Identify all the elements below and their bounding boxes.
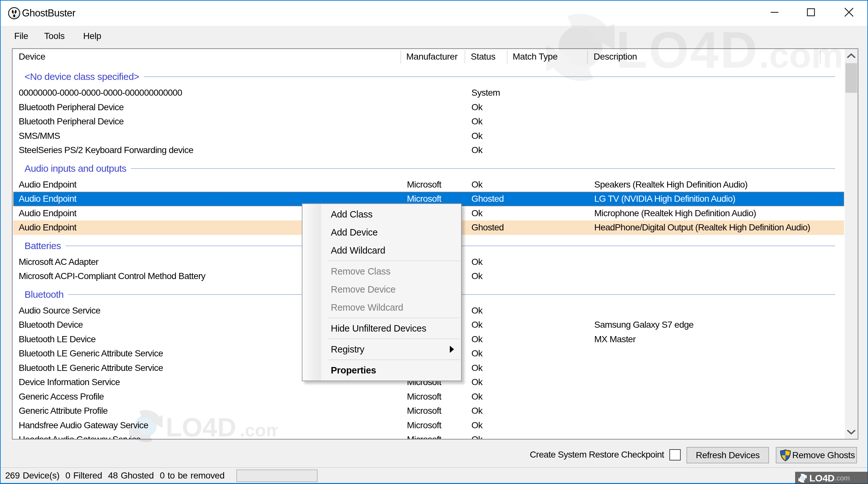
column-separator[interactable] [400,50,401,63]
table-row[interactable]: Headset Audio Gateway ServiceMicrosoftOk [13,432,844,440]
cell-status: Ok [471,404,483,418]
button-label: Remove Ghosts [792,450,855,460]
column-header-status[interactable]: Status [471,49,495,64]
minimize-button[interactable] [757,1,792,24]
status-text: 269 Device(s) 0 Filtered 48 Ghosted 0 to… [5,468,224,483]
cell-device: SMS/MMS [19,129,60,143]
menu-help[interactable]: Help [83,26,101,46]
cell-status: Ok [471,143,483,158]
chevron-down-icon [847,429,856,435]
context-menu-item-registry[interactable]: Registry [303,340,461,358]
cell-status: Ok [471,318,483,332]
column-header-device[interactable]: Device [19,49,45,64]
column-header-manufacturer[interactable]: Manufacturer [406,49,458,64]
scroll-down-button[interactable] [845,425,858,439]
maximize-button[interactable] [793,1,829,24]
cell-status: Ok [471,361,483,376]
cell-device: Microsoft AC Adapter [19,255,98,269]
table-row[interactable]: Generic Attribute ProfileMicrosoftOk [13,404,844,418]
cell-status: Ok [471,255,483,269]
group-label: Batteries [25,240,61,251]
cell-status: Ok [471,432,483,440]
cell-device: Handsfree Audio Gateway Service [19,418,148,433]
cell-status: Ok [471,418,483,433]
cell-device: 00000000-0000-0000-0000-000000000000 [19,86,182,100]
menu-separator [303,259,461,262]
vertical-scrollbar[interactable] [845,49,858,439]
maximize-icon [807,8,815,17]
list-header: Device Manufacturer Status Match Type De… [12,49,845,65]
cell-device: SteelSeries PS/2 Keyboard Forwarding dev… [19,143,193,158]
group-label: <No device class specified> [25,71,139,82]
cell-device: Bluetooth LE Device [19,332,96,347]
cell-device: Audio Endpoint [19,206,76,221]
app-window: GhostBuster File Tools Help Device Manuf… [0,0,868,484]
uac-shield-icon [780,449,791,461]
column-separator[interactable] [587,50,588,63]
menu-tools[interactable]: Tools [44,26,64,46]
cell-device: Microsoft ACPI-Compliant Control Method … [19,269,206,284]
context-menu-item-remove-wildcard[interactable]: Remove Wildcard [303,298,461,317]
context-menu-item-remove-device[interactable]: Remove Device [303,280,461,298]
menu-separator [303,337,461,340]
cell-description: LG TV (NVIDIA High Definition Audio) [594,192,736,206]
cell-device: Bluetooth Peripheral Device [19,115,124,129]
column-header-match-type[interactable]: Match Type [513,49,557,64]
title-bar: GhostBuster [1,1,867,26]
scroll-up-button[interactable] [845,49,858,63]
scrollbar-thumb[interactable] [845,63,857,93]
cell-description: Speakers (Realtek High Definition Audio) [594,178,747,192]
close-button[interactable] [831,1,867,24]
table-row[interactable]: SMS/MMSOk [13,129,844,143]
close-icon [844,7,854,17]
table-row[interactable]: Bluetooth Peripheral DeviceOk [13,100,844,115]
restore-checkpoint-checkbox[interactable] [670,449,681,460]
cell-manufacturer: Microsoft [407,418,441,433]
column-separator[interactable] [465,50,465,63]
column-separator[interactable] [507,50,507,63]
cell-manufacturer: Microsoft [407,178,441,192]
group-label: Audio inputs and outputs [25,163,126,174]
cell-device: Bluetooth Device [19,318,83,332]
cell-status: Ok [471,178,483,192]
cell-manufacturer: Microsoft [407,390,441,404]
refresh-devices-button[interactable]: Refresh Devices [686,447,769,463]
cell-device: Device Information Service [19,375,120,390]
table-row[interactable]: 00000000-0000-0000-0000-000000000000Syst… [13,86,844,100]
cell-description: HeadPhone/Digital Output (Realtek High D… [594,220,810,235]
table-row[interactable]: Handsfree Audio Gateway ServiceMicrosoft… [13,418,844,433]
cell-description: MX Master [594,332,636,347]
column-header-description[interactable]: Description [594,49,637,64]
context-menu: Add ClassAdd DeviceAdd WildcardRemove Cl… [302,203,462,381]
group-header-row: <No device class specified> [13,66,844,86]
cell-manufacturer: Microsoft [407,432,441,440]
context-menu-item-hide-unfiltered-devices[interactable]: Hide Unfiltered Devices [303,319,461,337]
context-menu-items: Add ClassAdd DeviceAdd WildcardRemove Cl… [303,205,461,379]
context-menu-item-add-device[interactable]: Add Device [303,223,461,241]
table-row[interactable]: SteelSeries PS/2 Keyboard Forwarding dev… [13,143,844,158]
context-menu-item-properties[interactable]: Properties [303,361,461,379]
cell-status: Ok [471,332,483,347]
menu-separator [303,358,461,361]
ghostbuster-app-icon [8,7,20,19]
cell-description: Microphone (Realtek High Definition Audi… [594,206,756,221]
cell-device: Bluetooth Peripheral Device [19,100,124,115]
group-line [131,168,835,169]
remove-ghosts-button[interactable]: Remove Ghosts [776,447,857,463]
cell-status: Ok [471,129,483,143]
table-row[interactable]: Bluetooth Peripheral DeviceOk [13,115,844,129]
table-row[interactable]: Audio EndpointMicrosoftOkSpeakers (Realt… [13,178,844,192]
context-menu-item-remove-class[interactable]: Remove Class [303,262,461,280]
table-row[interactable]: Generic Access ProfileMicrosoftOk [13,390,844,404]
minimize-icon [770,8,779,17]
cell-manufacturer: Microsoft [407,404,441,418]
window-title: GhostBuster [22,1,75,26]
context-menu-item-add-class[interactable]: Add Class [303,205,461,223]
context-menu-item-add-wildcard[interactable]: Add Wildcard [303,241,461,259]
chevron-up-icon [847,53,856,58]
menu-file[interactable]: File [14,26,28,46]
cell-device: Bluetooth LE Generic Attribute Service [19,361,163,376]
menu-bar: File Tools Help [1,26,867,46]
group-label: Bluetooth [25,289,64,300]
column-separator[interactable] [820,50,820,63]
